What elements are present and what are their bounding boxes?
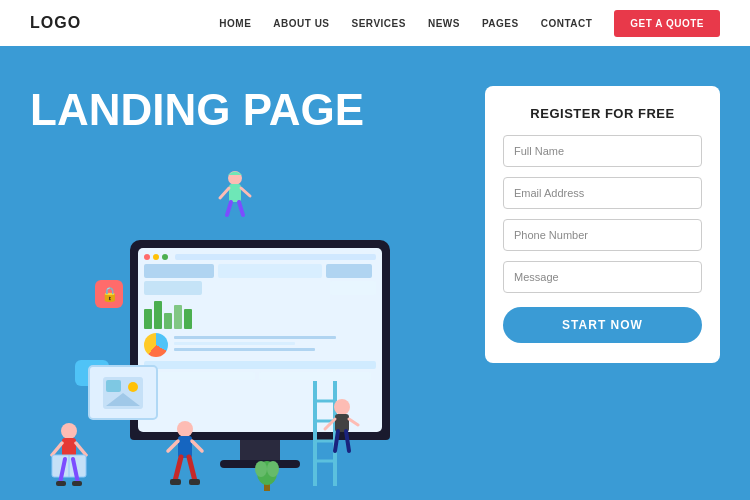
svg-line-17 — [241, 188, 250, 196]
lock-icon: 🔒 — [95, 280, 123, 308]
svg-point-28 — [177, 421, 193, 437]
nav-news[interactable]: NEWS — [428, 18, 460, 29]
nav-contact[interactable]: CONTACT — [541, 18, 593, 29]
form-title: REGISTER FOR FREE — [503, 106, 702, 121]
svg-line-21 — [76, 443, 86, 455]
svg-point-11 — [267, 461, 279, 477]
registration-form: REGISTER FOR FREE START NOW — [485, 86, 720, 363]
svg-line-47 — [346, 431, 349, 451]
nav-services[interactable]: SERVICES — [352, 18, 406, 29]
svg-rect-13 — [229, 184, 241, 202]
nav-home[interactable]: HOME — [219, 18, 251, 29]
svg-point-42 — [334, 399, 350, 415]
nav-about[interactable]: ABOUT US — [273, 18, 329, 29]
svg-line-45 — [349, 419, 358, 425]
page-title: LANDING PAGE — [30, 86, 485, 134]
phone-input[interactable] — [503, 219, 702, 251]
submit-button[interactable]: START NOW — [503, 307, 702, 343]
svg-line-30 — [168, 441, 178, 451]
illustration: 🔒 ··· — [20, 140, 440, 500]
svg-line-32 — [175, 457, 181, 481]
svg-rect-34 — [170, 479, 181, 485]
person-right-figure — [300, 371, 360, 495]
svg-rect-27 — [72, 481, 82, 486]
fullname-input[interactable] — [503, 135, 702, 167]
image-box-icon — [88, 365, 158, 420]
logo: LOGO — [30, 14, 81, 32]
svg-point-7 — [128, 382, 138, 392]
svg-line-16 — [220, 188, 229, 198]
main-area: LANDING PAGE 🔒 ··· — [0, 46, 750, 500]
left-content: LANDING PAGE 🔒 ··· — [30, 76, 485, 154]
svg-line-14 — [227, 202, 231, 215]
get-quote-button[interactable]: GET A QUOTE — [614, 10, 720, 37]
svg-line-20 — [52, 443, 62, 455]
svg-rect-35 — [189, 479, 200, 485]
header: LOGO HOME ABOUT US SERVICES NEWS PAGES C… — [0, 0, 750, 46]
svg-line-33 — [189, 457, 195, 481]
person-top-figure — [215, 170, 255, 224]
svg-rect-5 — [106, 380, 121, 392]
person-center-figure — [165, 419, 205, 495]
person-left-figure — [50, 421, 88, 495]
message-input[interactable] — [503, 261, 702, 293]
email-input[interactable] — [503, 177, 702, 209]
svg-line-31 — [192, 441, 202, 451]
nav-pages[interactable]: PAGES — [482, 18, 519, 29]
navigation: HOME ABOUT US SERVICES NEWS PAGES CONTAC… — [219, 10, 720, 37]
svg-point-18 — [61, 423, 77, 439]
plant-icon — [255, 451, 279, 495]
svg-line-15 — [239, 202, 243, 215]
svg-point-10 — [255, 461, 267, 477]
svg-rect-26 — [56, 481, 66, 486]
